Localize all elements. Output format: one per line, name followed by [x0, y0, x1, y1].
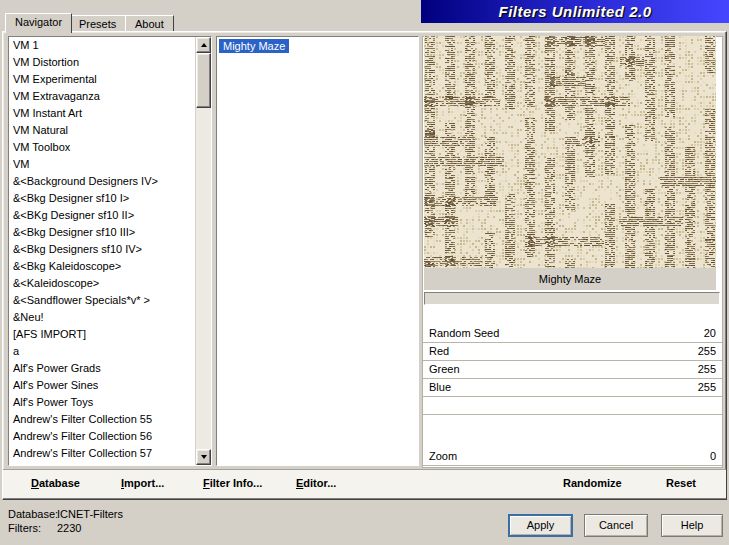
parameter-label: Random Seed [429, 325, 499, 342]
preview-caption: Mighty Maze [424, 268, 716, 290]
list-item[interactable]: Alf's Power Toys [9, 394, 195, 411]
parameter-label: Green [429, 361, 460, 378]
filters-unlimited-window: Navigator Presets About Filters Unlimite… [0, 0, 729, 545]
title-banner: Filters Unlimited 2.0 [421, 0, 729, 23]
parameter-list: Random Seed20Red255Green255Blue255 Zoom … [423, 307, 722, 467]
parameter-empty-row [423, 397, 722, 415]
list-item[interactable]: VM Toolbox [9, 139, 195, 156]
filter-info-button[interactable]: Filter Info... [203, 477, 262, 489]
parameter-value: 20 [704, 325, 716, 342]
status-database-label: Database: [8, 507, 57, 521]
help-button[interactable]: Help [661, 514, 723, 537]
parameter-label: Blue [429, 379, 451, 396]
list-item[interactable]: &<Bkg Designer sf10 I> [9, 190, 195, 207]
parameter-value: 0 [710, 448, 716, 465]
filter-listbox: Mighty Maze [216, 36, 419, 466]
import-button[interactable]: Import... [121, 477, 164, 489]
list-item[interactable]: [AFS IMPORT] [9, 326, 195, 343]
list-item[interactable]: VM Extravaganza [9, 88, 195, 105]
category-scrollbar[interactable] [195, 37, 211, 465]
list-item[interactable]: VM Instant Art [9, 105, 195, 122]
list-item[interactable]: a [9, 343, 195, 360]
cancel-button[interactable]: Cancel [584, 514, 648, 537]
randomize-button[interactable]: Randomize [563, 477, 622, 489]
status-filters-label: Filters: [8, 521, 57, 535]
triangle-down-icon [201, 455, 207, 459]
list-item[interactable]: Andrew's Filter Collection 55 [9, 411, 195, 428]
list-item[interactable]: VM Natural [9, 122, 195, 139]
status-bar: Database: ICNET-Filters Filters: 2230 [8, 507, 123, 535]
status-database-value: ICNET-Filters [57, 507, 123, 521]
status-filters-value: 2230 [57, 521, 81, 535]
parameter-label: Zoom [429, 448, 457, 465]
parameter-value: 255 [698, 361, 716, 378]
parameter-row-zoom[interactable]: Zoom 0 [423, 448, 722, 466]
parameter-row[interactable]: Blue255 [423, 379, 722, 397]
list-item[interactable]: &<Background Designers IV> [9, 173, 195, 190]
triangle-up-icon [201, 43, 207, 47]
list-item[interactable]: &<Kaleidoscope> [9, 275, 195, 292]
list-item[interactable]: &<BKg Designer sf10 II> [9, 207, 195, 224]
reset-button[interactable]: Reset [666, 477, 696, 489]
list-item[interactable]: Andrew's Filter Collection 56 [9, 428, 195, 445]
list-item[interactable]: VM Distortion [9, 54, 195, 71]
scroll-down-button[interactable] [196, 449, 211, 465]
editor-button[interactable]: Editor... [296, 477, 336, 489]
scrollbar-thumb[interactable] [196, 53, 211, 108]
scroll-up-button[interactable] [196, 37, 211, 53]
list-item[interactable]: VM Experimental [9, 71, 195, 88]
list-item[interactable]: &<Sandflower Specials*v* > [9, 292, 195, 309]
progress-bar [424, 292, 720, 305]
parameter-row[interactable]: Random Seed20 [423, 325, 722, 343]
parameter-label: Red [429, 343, 449, 360]
category-list: VM 1VM DistortionVM ExperimentalVM Extra… [9, 37, 195, 465]
category-listbox: VM 1VM DistortionVM ExperimentalVM Extra… [8, 36, 212, 466]
list-item[interactable]: VM 1 [9, 37, 195, 54]
list-item[interactable]: &Neu! [9, 309, 195, 326]
list-item-selected[interactable]: Mighty Maze [219, 39, 289, 53]
parameter-row[interactable]: Red255 [423, 343, 722, 361]
apply-button[interactable]: Apply [508, 514, 573, 537]
list-item[interactable]: &<Bkg Kaleidoscope> [9, 258, 195, 275]
parameter-row[interactable]: Green255 [423, 361, 722, 379]
bottom-toolbar: Database Import... Filter Info... Editor… [3, 469, 726, 498]
tab-presets[interactable]: Presets [69, 15, 126, 31]
list-item[interactable]: Andrew's Filter Collection 58 [9, 462, 195, 465]
tab-navigator[interactable]: Navigator [5, 13, 72, 33]
tab-about[interactable]: About [125, 15, 174, 31]
list-item[interactable]: Alf's Power Sines [9, 377, 195, 394]
database-button[interactable]: Database [31, 477, 80, 489]
parameter-value: 255 [698, 343, 716, 360]
list-item[interactable]: &<Bkg Designers sf10 IV> [9, 241, 195, 258]
list-item[interactable]: Alf's Power Grads [9, 360, 195, 377]
list-item[interactable]: &<Bkg Designer sf10 III> [9, 224, 195, 241]
list-item[interactable]: Andrew's Filter Collection 57 [9, 445, 195, 462]
preview-image [424, 36, 716, 268]
list-item[interactable]: VM [9, 156, 195, 173]
parameter-value: 255 [698, 379, 716, 396]
